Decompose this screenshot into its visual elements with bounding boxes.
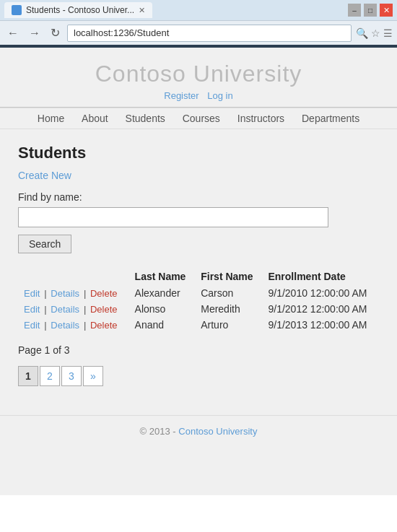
delete-link-2[interactable]: Delete [90,320,118,331]
page-btn-3[interactable]: 3 [61,366,82,386]
register-link[interactable]: Register [164,90,198,101]
menu-icon: ☰ [383,27,393,39]
separator: | [44,320,49,331]
separator: | [84,304,89,315]
details-link-1[interactable]: Details [51,304,79,315]
row-actions: Edit | Details | Delete [18,301,129,317]
tab-close-icon[interactable]: ✕ [139,6,145,15]
refresh-button[interactable]: ↻ [48,25,63,41]
col-actions-header [18,268,129,285]
delete-link-1[interactable]: Delete [90,304,118,315]
pagination-info: Page 1 of 3 [18,344,379,356]
edit-link-1[interactable]: Edit [24,304,40,315]
content-area: Students Create New Find by name: Search… [0,129,397,401]
nav-students[interactable]: Students [126,113,165,124]
first-name-cell: Arturo [195,317,262,333]
table-row: Edit | Details | Delete Anand Arturo 9/1… [18,317,379,333]
site-header: Contoso University Register Log in [0,48,397,107]
footer-link[interactable]: Contoso University [178,426,257,437]
nav-departments[interactable]: Departments [302,113,359,124]
browser-tab[interactable]: Students - Contoso Univer... ✕ [4,2,152,18]
page-title: Students [18,144,379,162]
enrollment-date-cell: 9/1/2010 12:00:00 AM [262,285,379,301]
enrollment-date-cell: 9/1/2012 12:00:00 AM [262,301,379,317]
students-table: Last Name First Name Enrollment Date Edi… [18,268,379,333]
col-enrollment-header: Enrollment Date [262,268,379,285]
create-new-link[interactable]: Create New [18,170,71,181]
col-last-name-header: Last Name [129,268,196,285]
first-name-cell: Carson [195,285,262,301]
page-btn-2[interactable]: 2 [40,366,60,386]
forward-button[interactable]: → [26,25,43,41]
nav-home[interactable]: Home [38,113,64,124]
login-link[interactable]: Log in [207,90,232,101]
browser-chrome: Students - Contoso Univer... ✕ – □ ✕ ← →… [0,0,397,45]
window-controls: – □ ✕ [348,4,393,17]
find-by-name-label: Find by name: [18,191,379,203]
nav-about[interactable]: About [82,113,108,124]
separator: | [84,288,89,299]
last-name-cell: Alexander [129,285,196,301]
enrollment-date-cell: 9/1/2013 12:00:00 AM [262,317,379,333]
site-footer: © 2013 - Contoso University [0,415,397,447]
col-first-name-header: First Name [195,268,262,285]
close-window-button[interactable]: ✕ [380,4,393,17]
minimize-button[interactable]: – [348,4,361,17]
separator: | [44,288,49,299]
nav-courses[interactable]: Courses [183,113,220,124]
row-actions: Edit | Details | Delete [18,317,129,333]
tab-favicon [12,5,22,15]
delete-link-0[interactable]: Delete [90,288,118,299]
page: Contoso University Register Log in Home … [0,48,397,495]
footer-text: © 2013 - Contoso University [140,426,258,437]
nav-bar: Home About Students Courses Instructors … [0,108,397,129]
nav-instructors[interactable]: Instructors [237,113,284,124]
search-button[interactable]: Search [18,235,71,253]
details-link-0[interactable]: Details [51,288,79,299]
separator: | [84,320,89,331]
edit-link-2[interactable]: Edit [24,320,40,331]
separator: | [44,304,49,315]
table-row: Edit | Details | Delete Alonso Meredith … [18,301,379,317]
tab-title: Students - Contoso Univer... [26,5,134,15]
search-input[interactable] [18,207,328,227]
site-title: Contoso University [0,61,397,87]
page-btn-next[interactable]: » [83,366,103,386]
address-icons: 🔍 ☆ ☰ [356,27,393,39]
details-link-2[interactable]: Details [51,320,79,331]
row-actions: Edit | Details | Delete [18,285,129,301]
edit-link-0[interactable]: Edit [24,288,40,299]
last-name-cell: Alonso [129,301,196,317]
search-address-icon: 🔍 [356,27,368,39]
address-input[interactable] [67,25,352,42]
address-bar-row: ← → ↻ 🔍 ☆ ☰ [0,20,397,45]
site-links: Register Log in [0,90,397,101]
last-name-cell: Anand [129,317,196,333]
back-button[interactable]: ← [4,25,22,41]
title-bar: Students - Contoso Univer... ✕ – □ ✕ [0,0,397,20]
maximize-button[interactable]: □ [364,4,377,17]
page-btn-1[interactable]: 1 [18,366,38,386]
table-header-row: Last Name First Name Enrollment Date [18,268,379,285]
pagination: 1 2 3 » [18,366,379,386]
table-row: Edit | Details | Delete Alexander Carson… [18,285,379,301]
title-bar-left: Students - Contoso Univer... ✕ [4,2,152,18]
first-name-cell: Meredith [195,301,262,317]
bookmark-icon: ☆ [371,27,380,39]
